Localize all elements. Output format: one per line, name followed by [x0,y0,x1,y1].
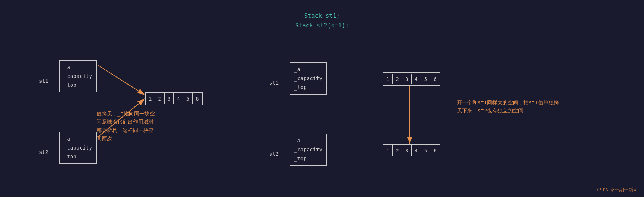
left-array-cell-6: 6 [193,93,202,104]
left-st1-field-a: _a [64,63,92,72]
left-array-cell-4: 4 [174,93,183,104]
left-array-cell-2: 2 [155,93,164,104]
left-st1-field-capacity: _capacity [64,72,92,81]
left-st2-struct: _a _capacity _top [59,132,97,164]
right-st1-field-top: _top [294,83,322,92]
right-array-top: 1 2 3 4 5 6 [383,72,440,86]
left-array-cell-5: 5 [183,93,193,104]
right-annotation: 开一个和st1同样大的空间，把st1值单独拷 贝下来，st2也有独立的空间 [457,98,559,115]
right-st1-struct: _a _capacity _top [290,62,327,95]
left-st2-field-a: _a [64,135,92,144]
right-bottom-cell-3: 3 [402,145,412,156]
right-bottom-cell-5: 5 [421,145,430,156]
right-st1-field-capacity: _capacity [294,74,322,83]
right-st2-struct: _a _capacity _top [290,134,327,166]
left-st1-label: st1 [39,78,48,84]
left-st2-label: st2 [39,149,48,155]
watermark: CSDN @一期一祈∧ [597,187,637,193]
left-st2-field-top: _top [64,152,92,161]
right-st1-label: st1 [269,80,279,86]
right-top-cell-6: 6 [430,74,439,84]
right-st1-field-a: _a [294,65,322,74]
svg-line-0 [98,65,145,95]
right-top-cell-2: 2 [393,74,402,84]
right-array-bottom: 1 2 3 4 5 6 [383,144,440,157]
right-st2-label: st2 [269,151,279,157]
left-st1-struct: _a _capacity _top [59,60,97,92]
right-st2-field-capacity: _capacity [294,145,322,154]
right-st2-field-top: _top [294,154,322,163]
left-st2-field-capacity: _capacity [64,144,92,152]
code-line-1: Stack st1; [0,11,644,21]
right-st2-field-a: _a [294,137,322,145]
right-top-cell-1: 1 [383,74,393,84]
left-array: 1 2 3 4 5 6 [145,92,203,105]
right-top-cell-3: 3 [402,74,412,84]
right-bottom-cell-2: 2 [393,145,402,156]
code-line-2: Stack st2(st1); [0,21,644,30]
right-bottom-cell-4: 4 [412,145,421,156]
left-st1-field-top: _top [64,81,92,90]
right-bottom-cell-1: 1 [383,145,393,156]
right-top-cell-4: 4 [412,74,421,84]
page: Stack st1; Stack st2(st1); _a _capacity … [0,0,644,197]
left-annotation: 值拷贝，_a指向同一块空 间意味着它们出作用域时 都要析构，这样同一块空 间两次 [97,109,155,143]
left-array-cell-1: 1 [146,93,155,104]
code-section: Stack st1; Stack st2(st1); [0,11,644,30]
left-array-cell-3: 3 [165,93,174,104]
right-top-cell-5: 5 [421,74,430,84]
right-bottom-cell-6: 6 [430,145,439,156]
